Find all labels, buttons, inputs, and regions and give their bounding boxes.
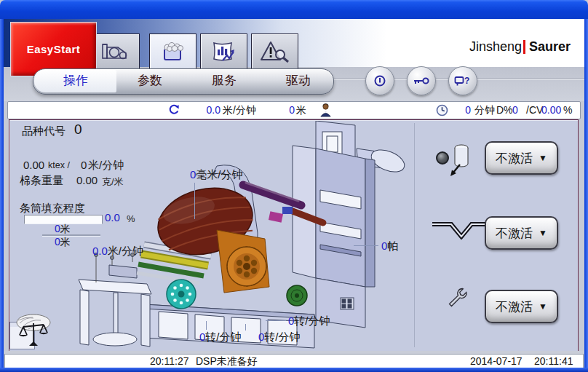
- refresh-icon: [168, 104, 180, 121]
- brand-logo: Jinsheng Saurer: [469, 39, 571, 55]
- footer-clock: 20:11:41: [534, 355, 573, 368]
- mm-unit: 毫米/分钟: [196, 168, 242, 181]
- pa-unit: 帕: [387, 240, 398, 252]
- can-fill-unit: %: [127, 213, 135, 224]
- rpm-unit-2: 转/分钟: [205, 331, 241, 343]
- length-bottom-unit: 米: [60, 236, 71, 248]
- leader-line: [245, 324, 246, 331]
- chevron-down-icon: ▼: [539, 301, 547, 312]
- can-fill-label: 条筒填充程度: [20, 202, 85, 215]
- help-button[interactable]: ?: [448, 66, 477, 95]
- feed-value: 0: [81, 159, 87, 171]
- runtime-value: 0: [465, 102, 471, 119]
- brand-left: Jinsheng: [469, 39, 522, 55]
- delivery-unit: 米/分钟: [108, 245, 143, 257]
- footer-date: 2014-07-17: [470, 355, 523, 368]
- lot-value: 0: [74, 122, 82, 138]
- cv-label: /CV: [526, 102, 543, 119]
- key-button[interactable]: [407, 66, 436, 95]
- tab-drive[interactable]: 驱动: [262, 69, 335, 94]
- runtime-unit: 分钟: [474, 102, 495, 119]
- sliver-weight-label: 棉条重量: [20, 174, 63, 188]
- cv-value: 0.00: [541, 102, 561, 119]
- machine-diagram: [74, 121, 416, 350]
- machine-status-bar: 0.0 米/分钟 0 米 0 分钟 D% 0 /CV 0.00 %: [7, 101, 581, 119]
- easystart-label: EasyStart: [27, 43, 81, 55]
- dsp-status-text: DSP未准备好: [196, 355, 258, 368]
- leader-line: [354, 245, 378, 246]
- hmi-window: EasyStart: [0, 0, 588, 372]
- length-bottom-value: 0: [55, 236, 60, 248]
- chevron-down-icon: ▼: [539, 153, 547, 163]
- length-divider: [42, 234, 100, 237]
- leader-line: [266, 320, 286, 321]
- window-border-right: [584, 19, 588, 368]
- length-value: 0: [289, 102, 295, 119]
- machine-view-button[interactable]: [92, 33, 140, 69]
- maintenance-dropdown-value: 不激活: [496, 298, 533, 315]
- window-titlebar[interactable]: [0, 0, 588, 19]
- footer-status-bar: 20:11:27 DSP未准备好 2014-07-17 20:11:41: [4, 354, 584, 369]
- power-button[interactable]: [365, 66, 394, 95]
- coiler-scale-icon: [14, 312, 55, 348]
- delivery-value: 0.0: [92, 245, 108, 257]
- event-time: 20:11:27: [150, 355, 188, 368]
- brand-divider: [523, 40, 525, 54]
- chevron-down-icon: ▼: [539, 228, 547, 238]
- can-fill-value: 0.0: [105, 211, 120, 223]
- sliver-guide-icon: [430, 218, 493, 240]
- feed-unit: 米/分钟: [88, 159, 124, 173]
- can-lift-dropdown-value: 不激活: [496, 150, 533, 167]
- tab-operation[interactable]: 操作: [39, 69, 112, 94]
- cv-unit: %: [563, 102, 572, 119]
- can-view-button[interactable]: [149, 33, 196, 69]
- d-percent-label: D%: [496, 102, 513, 119]
- sliver-weight-unit: 克/米: [102, 175, 124, 189]
- delivery-speed-unit: 米/分钟: [223, 102, 256, 119]
- sliver-guide-dropdown-value: 不激活: [496, 225, 533, 242]
- lot-label: 品种代号: [22, 124, 65, 138]
- tab-bar: 操作 参数 服务 驱动: [33, 68, 334, 95]
- report-view-button[interactable]: [200, 33, 247, 69]
- power-icon: [373, 74, 387, 88]
- window-border-bottom: [0, 368, 588, 372]
- rpm-unit-3: 转/分钟: [264, 331, 300, 343]
- brand-right: Saurer: [529, 39, 571, 55]
- key-icon: [413, 76, 430, 86]
- help-icon: ?: [454, 75, 472, 87]
- tab-service[interactable]: 服务: [188, 69, 261, 94]
- panel-divider: [414, 123, 415, 347]
- leader-line: [206, 321, 207, 330]
- sliver-weight-value: 0.00: [76, 174, 98, 186]
- alarm-view-button[interactable]: [251, 33, 298, 69]
- rpm-unit-1: 转/分钟: [294, 314, 330, 327]
- ktex-value: 0.00: [23, 159, 44, 171]
- operation-panel: 品种代号 0 0.00 ktex / 0 米/分钟 棉条重量 0.00 克/米 …: [9, 119, 579, 352]
- d-percent-value: 0: [512, 102, 518, 119]
- machine-icon: [100, 39, 132, 64]
- can-icon: [157, 39, 189, 64]
- ktex-unit: ktex /: [48, 160, 70, 170]
- maintenance-dropdown[interactable]: 不激活 ▼: [485, 290, 558, 323]
- tab-parameters[interactable]: 参数: [114, 69, 186, 94]
- can-lift-dropdown[interactable]: 不激活 ▼: [485, 141, 558, 175]
- alarm-search-icon: [259, 39, 291, 64]
- sliver-guide-dropdown[interactable]: 不激活 ▼: [485, 216, 558, 250]
- length-top-value: 0: [55, 223, 60, 234]
- length-top-unit: 米: [60, 223, 71, 234]
- wrench-icon: [446, 287, 468, 309]
- can-lift-icon: [448, 142, 474, 180]
- report-icon: [208, 39, 240, 64]
- leader-line: [194, 183, 195, 219]
- delivery-speed-value: 0.0: [196, 102, 220, 119]
- length-unit: 米: [296, 102, 306, 119]
- svg-text:?: ?: [464, 75, 469, 85]
